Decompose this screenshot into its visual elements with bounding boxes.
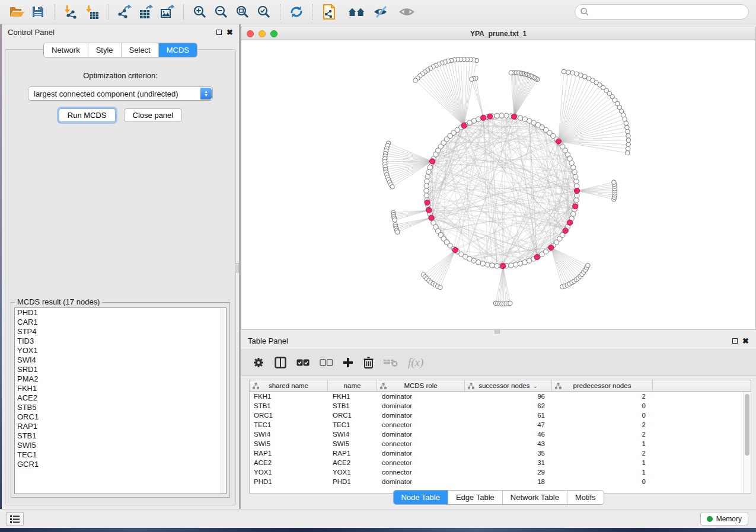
zoom-out-icon[interactable] [212,3,230,21]
table-row[interactable]: RAP1RAP1dominator352 [250,448,751,458]
mcds-result-item[interactable]: SWI4 [15,355,226,365]
network-node[interactable] [566,70,571,75]
column-header-shared-name[interactable]: shared name [250,380,328,391]
network-node[interactable] [499,113,504,118]
network-node[interactable] [490,263,495,268]
network-node[interactable] [626,142,631,147]
table-row[interactable]: SWI4SWI4dominator462 [250,430,751,439]
scrollbar-thumb[interactable] [745,394,749,456]
horizontal-splitter-handle[interactable] [495,329,500,334]
memory-button[interactable]: Memory [700,512,748,525]
network-node[interactable] [395,230,400,235]
export-network-icon[interactable] [116,3,133,21]
network-node[interactable] [426,169,431,174]
add-column-icon[interactable] [343,357,353,368]
network-node[interactable] [626,133,631,138]
network-node[interactable] [470,77,474,82]
tab-style[interactable]: Style [88,43,122,57]
apply-layout-icon[interactable] [288,3,305,21]
dominator-node[interactable] [452,247,458,252]
table-scrollbar[interactable] [743,392,751,493]
search-input[interactable] [589,6,748,18]
mcds-result-item[interactable]: PHD1 [15,308,226,318]
show-all-icon[interactable] [398,3,416,21]
network-node[interactable] [624,121,629,126]
network-node[interactable] [612,180,617,185]
dominator-node[interactable] [567,220,573,225]
mcds-result-item[interactable]: ORC1 [15,412,226,422]
column-header-name[interactable]: name [328,380,377,391]
dominator-node[interactable] [563,228,568,233]
network-node[interactable] [518,261,522,266]
import-network-icon[interactable] [62,3,79,21]
import-table-icon[interactable] [83,3,101,21]
network-node[interactable] [476,260,481,265]
mcds-result-item[interactable]: SRD1 [15,365,226,374]
dominator-node[interactable] [429,159,435,164]
float-panel-icon[interactable] [732,338,738,344]
export-table-icon[interactable] [137,3,155,21]
mcds-result-item[interactable]: STB5 [15,403,226,412]
network-node[interactable] [390,185,395,190]
network-node[interactable] [518,116,522,120]
zoom-selected-icon[interactable] [255,3,273,21]
network-node[interactable] [570,70,575,75]
save-session-icon[interactable] [29,3,47,21]
zoom-fit-icon[interactable] [234,3,251,21]
network-node[interactable] [562,69,566,74]
close-panel-icon[interactable]: ✖ [742,338,749,344]
dominator-node[interactable] [461,123,467,128]
network-node[interactable] [626,129,630,134]
table-row[interactable]: YOX1YOX1connector291 [250,467,751,477]
tab-motifs[interactable]: Motifs [567,491,604,504]
vertical-splitter-handle[interactable] [235,263,239,273]
select-all-icon[interactable] [296,358,310,367]
criterion-dropdown[interactable]: largest connected component (undirected)… [28,86,213,101]
network-node[interactable] [480,261,485,266]
network-node[interactable] [571,211,576,216]
deselect-all-icon[interactable] [320,358,333,367]
column-header-MCDS-role[interactable]: MCDS role [377,380,465,391]
mcds-result-item[interactable]: YOX1 [15,346,226,355]
mcds-result-item[interactable]: STB1 [15,431,226,441]
dominator-node[interactable] [548,245,554,250]
network-node[interactable] [425,179,429,184]
mcds-result-item[interactable]: TEC1 [15,450,226,460]
network-node[interactable] [438,285,443,290]
network-node[interactable] [413,78,418,83]
dominator-node[interactable] [556,139,561,144]
dominator-node[interactable] [534,255,540,260]
table-row[interactable]: ORC1ORC1dominator610 [250,411,751,420]
network-node[interactable] [495,113,499,118]
tab-node-table[interactable]: Node Table [393,491,448,504]
table-row[interactable]: TEC1TEC1connector472 [250,420,751,430]
close-panel-icon[interactable]: ✖ [227,30,233,35]
tab-network[interactable]: Network [44,43,88,57]
mcds-result-item[interactable]: TID3 [15,336,226,346]
mcds-result-item[interactable]: STP4 [15,327,226,336]
network-node[interactable] [575,72,579,76]
network-node[interactable] [572,169,577,174]
network-window-titlebar[interactable]: YPA_prune.txt_1 [241,27,755,40]
task-history-button[interactable] [6,512,24,525]
dominator-node[interactable] [573,204,578,209]
close-panel-button[interactable]: Close panel [124,108,183,122]
scrollbar-track[interactable] [221,308,226,493]
network-node[interactable] [504,113,509,118]
network-node[interactable] [626,146,630,151]
tab-mcds[interactable]: MCDS [159,43,197,57]
network-from-selection-icon[interactable] [320,3,338,21]
dominator-node[interactable] [425,200,430,205]
mcds-result-item[interactable]: CAR1 [15,318,226,327]
network-canvas[interactable] [241,40,755,329]
mcds-result-item[interactable]: PMA2 [15,374,226,384]
dominator-node[interactable] [500,263,506,268]
dominator-node[interactable] [429,215,434,220]
network-node[interactable] [424,188,429,193]
dominator-node[interactable] [487,114,493,119]
dominator-node[interactable] [511,114,516,119]
table-row[interactable]: ACE2ACE2connector311 [250,458,751,467]
network-node[interactable] [586,263,591,268]
tab-select[interactable]: Select [122,43,159,57]
hide-selected-icon[interactable] [372,3,390,21]
